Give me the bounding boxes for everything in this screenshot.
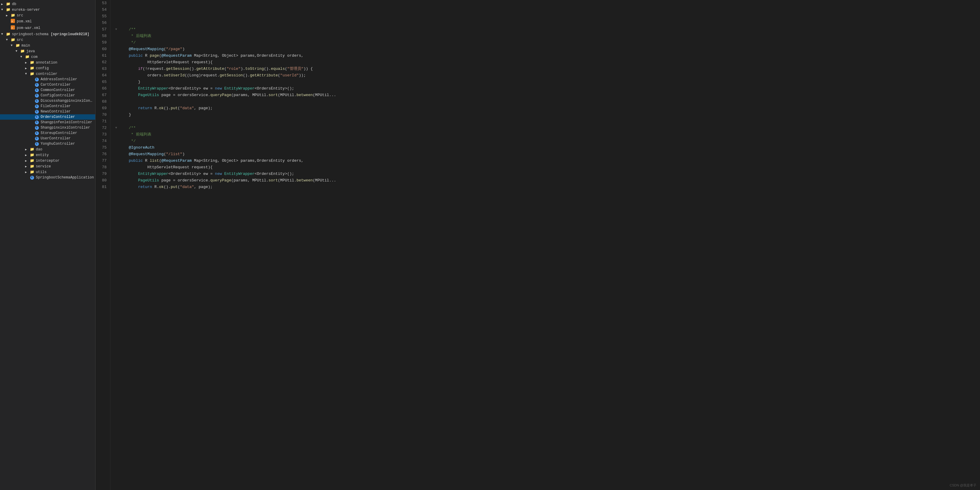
- sidebar-item-CartController[interactable]: CCartController: [0, 82, 95, 87]
- fold-icon: [114, 131, 118, 138]
- sidebar-item-ConfigController[interactable]: CConfigController: [0, 93, 95, 98]
- sidebar-item-OrdersController[interactable]: COrdersController: [0, 114, 95, 120]
- code-line: [114, 98, 980, 105]
- tree-item-label: StoreupController: [41, 131, 94, 135]
- tree-file-icon: C: [34, 109, 40, 114]
- tree-file-icon: C: [34, 142, 40, 146]
- sidebar-item-YonghuController[interactable]: CYonghuController: [0, 141, 95, 146]
- code-token: (MPUtil...: [313, 92, 336, 98]
- code-token: ().: [189, 66, 196, 72]
- code-line: ▼ /**: [114, 26, 980, 33]
- sidebar-item-dao[interactable]: ▶📁dao: [0, 146, 95, 152]
- sidebar-item-pom.xml[interactable]: Xpom.xml: [0, 18, 95, 25]
- sidebar-item-UserController[interactable]: CUserController: [0, 136, 95, 141]
- sidebar-item-ShangpinxinxiController[interactable]: CShangpinxinxiController: [0, 125, 95, 130]
- tree-item-label: db: [12, 2, 94, 6]
- code-token: (MPUtil...: [313, 177, 336, 184]
- sidebar-item-service[interactable]: ▶📁service: [0, 163, 95, 169]
- sidebar-item-pom-war.xml[interactable]: Xpom-war.xml: [0, 25, 95, 31]
- tree-item-label: interceptor: [36, 159, 94, 163]
- code-token: (: [285, 66, 287, 72]
- sidebar-item-ShangpinfenleiController[interactable]: CShangpinfenleiController: [0, 120, 95, 125]
- sidebar-item-com[interactable]: ▼📁com: [0, 54, 95, 60]
- sidebar-item-interceptor[interactable]: ▶📁interceptor: [0, 158, 95, 163]
- sidebar-item-main[interactable]: ▼📁main: [0, 43, 95, 48]
- tree-file-icon: C: [34, 94, 40, 98]
- code-token: */: [119, 138, 136, 144]
- code-token: ().: [243, 72, 250, 79]
- sidebar-item-db[interactable]: ▶📁db: [0, 1, 95, 7]
- file-tree[interactable]: ▶📁db▼📁eureka-server▶📁srcXpom.xmlXpom-war…: [0, 0, 95, 490]
- code-token: if: [119, 66, 143, 72]
- sidebar-item-FileController[interactable]: CFileController: [0, 103, 95, 109]
- line-number: 54: [98, 6, 107, 13]
- fold-icon: [114, 112, 118, 118]
- tree-file-icon: C: [34, 99, 40, 103]
- code-token: @IgnoreAuth: [119, 144, 154, 151]
- tree-file-icon: 📁: [29, 66, 35, 70]
- code-token: "data": [180, 105, 194, 112]
- tree-file-icon: C: [34, 120, 40, 124]
- sidebar-item-config[interactable]: ▶📁config: [0, 65, 95, 71]
- code-token: @RequestParam: [161, 52, 191, 59]
- tree-file-icon: 📁: [24, 55, 30, 59]
- code-line: orders.setUserId((Long)request.getSessio…: [114, 72, 980, 79]
- code-line: @RequestMapping("/page"): [114, 46, 980, 52]
- sidebar-item-StoreupController[interactable]: CStoreupController: [0, 130, 95, 136]
- sidebar-item-src2[interactable]: ▼📁src: [0, 37, 95, 43]
- sidebar-item-CommonController[interactable]: CCommonController: [0, 87, 95, 93]
- code-token: getSession: [220, 72, 243, 79]
- tree-arrow-icon: ▼: [20, 55, 24, 59]
- tree-file-icon: 📁: [20, 49, 25, 54]
- fold-icon: [114, 144, 118, 151]
- code-token: (!request.: [143, 66, 166, 72]
- code-token: ): [183, 151, 185, 157]
- code-token: page = ordersService.: [159, 177, 210, 184]
- sidebar-item-annotation[interactable]: ▶📁annotation: [0, 60, 95, 65]
- sidebar-item-AddressController[interactable]: CAddressController: [0, 77, 95, 82]
- code-token: ().: [264, 66, 271, 72]
- tree-item-label: FileController: [41, 104, 94, 108]
- code-token: return: [119, 105, 152, 112]
- code-line: }: [114, 79, 980, 86]
- sidebar-item-NewsController[interactable]: CNewsController: [0, 109, 95, 114]
- fold-icon[interactable]: ▼: [114, 125, 118, 131]
- tree-file-icon: C: [34, 82, 40, 87]
- fold-icon: [114, 184, 118, 190]
- tree-arrow-icon: ▶: [25, 148, 29, 151]
- code-token: * 前端列表: [119, 131, 151, 138]
- sidebar-item-java[interactable]: ▼📁java: [0, 48, 95, 54]
- code-token: page: [150, 52, 159, 59]
- tree-item-label: config: [36, 66, 94, 70]
- code-token: "role": [227, 66, 241, 72]
- code-token: HttpServletRequest request){: [119, 59, 213, 66]
- line-number: 65: [98, 79, 107, 86]
- sidebar-item-SpringbootSchemaApplication[interactable]: CSpringbootSchemaApplication: [0, 175, 95, 180]
- sidebar-item-eureka-server[interactable]: ▼📁eureka-server: [0, 7, 95, 13]
- tree-file-icon: 📁: [29, 60, 35, 65]
- tree-item-label: CartController: [41, 82, 94, 87]
- code-token: <OrdersEntity>();: [255, 171, 294, 177]
- sidebar-item-src1[interactable]: ▶📁src: [0, 13, 95, 18]
- line-number: 58: [98, 33, 107, 40]
- fold-icon: [114, 86, 118, 92]
- code-token: between: [296, 177, 313, 184]
- code-token: "userId": [280, 72, 299, 79]
- fold-icon[interactable]: ▼: [114, 26, 118, 33]
- tree-item-label: com: [31, 55, 94, 59]
- sidebar-item-springboot-schema[interactable]: ▼📁springboot-schema [springcloudk02l8]: [0, 31, 95, 37]
- sidebar-item-utils[interactable]: ▶📁utils: [0, 169, 95, 175]
- sidebar-item-entity[interactable]: ▶📁entity: [0, 152, 95, 158]
- sidebar-item-controller[interactable]: ▼📁controller: [0, 71, 95, 77]
- fold-icon: [114, 105, 118, 112]
- code-token: EntityWrapper: [119, 86, 169, 92]
- fold-icon: [114, 79, 118, 86]
- tree-arrow-icon: ▼: [16, 49, 20, 53]
- sidebar-item-DiscussshangpinxinxiController[interactable]: CDiscussshangpinxinxiController: [0, 98, 95, 103]
- tree-arrow-icon: ▶: [25, 165, 29, 168]
- tree-file-icon: 📁: [29, 153, 35, 157]
- line-number: 76: [98, 151, 107, 157]
- tree-file-icon: C: [34, 115, 40, 119]
- code-token: (: [178, 105, 180, 112]
- code-token: orders.: [119, 72, 164, 79]
